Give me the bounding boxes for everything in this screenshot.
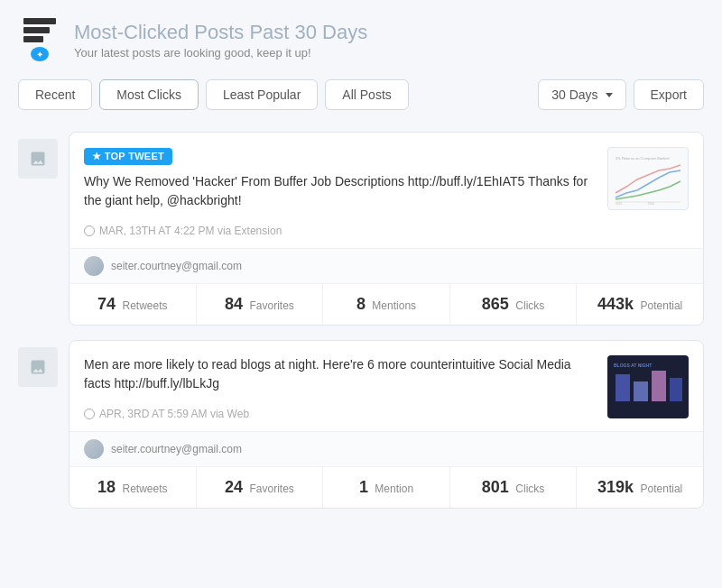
- user-email: seiter.courtney@gmail.com: [111, 260, 242, 272]
- post-text-section: Men are more likely to read blogs at nig…: [84, 355, 597, 420]
- stat-favorites: 84 Favorites: [197, 284, 324, 325]
- image-icon: [29, 358, 47, 376]
- post-meta: APR, 3RD AT 5:59 AM via Web: [84, 408, 597, 420]
- post-row: Men are more likely to read blogs at nig…: [18, 340, 704, 509]
- post-row: ★ TOP TWEET Why We Removed 'Hacker' From…: [18, 132, 704, 326]
- stat-mentions: 8 Mentions: [323, 284, 450, 325]
- stats-row: 18 Retweets 24 Favorites 1 Mention 801 C…: [69, 466, 703, 508]
- svg-rect-9: [652, 371, 666, 401]
- toolbar-tabs: Recent Most Clicks Least Popular All Pos…: [18, 79, 531, 110]
- stat-clicks: 865 Clicks: [450, 284, 578, 325]
- toolbar: Recent Most Clicks Least Popular All Pos…: [18, 79, 704, 110]
- post-content: Men are more likely to read blogs at nig…: [69, 341, 703, 431]
- stack-icon: [23, 18, 56, 42]
- tab-least-popular[interactable]: Least Popular: [206, 79, 318, 110]
- svg-text:BLOGS AT NIGHT: BLOGS AT NIGHT: [614, 363, 652, 368]
- image-icon: [29, 150, 47, 168]
- toolbar-actions: 30 Days Export: [538, 79, 704, 110]
- post-card: Men are more likely to read blogs at nig…: [69, 340, 704, 509]
- post-card: ★ TOP TWEET Why We Removed 'Hacker' From…: [69, 132, 704, 326]
- header-text: Most-Clicked Posts Past 30 Days Your lat…: [74, 21, 367, 60]
- clock-icon: [84, 409, 95, 419]
- dark-chart-thumbnail: BLOGS AT NIGHT: [608, 356, 688, 418]
- svg-text:5% Returns on Computer Backed: 5% Returns on Computer Backed: [616, 156, 670, 161]
- user-row: seiter.courtney@gmail.com: [69, 431, 703, 466]
- tab-recent[interactable]: Recent: [18, 79, 92, 110]
- post-body-text: Men are more likely to read blogs at nig…: [84, 355, 597, 393]
- post-content: ★ TOP TWEET Why We Removed 'Hacker' From…: [69, 133, 703, 248]
- page-header: ✦ Most-Clicked Posts Past 30 Days Your l…: [18, 18, 704, 61]
- tab-all-posts[interactable]: All Posts: [325, 79, 408, 110]
- chart-thumbnail: 5% Returns on Computer Backed 2013 2014: [612, 152, 684, 205]
- user-row: seiter.courtney@gmail.com: [69, 248, 703, 283]
- stat-favorites: 24 Favorites: [197, 467, 324, 508]
- svg-rect-7: [616, 374, 630, 401]
- posts-list: ★ TOP TWEET Why We Removed 'Hacker' From…: [18, 132, 704, 509]
- post-text-section: ★ TOP TWEET Why We Removed 'Hacker' From…: [84, 147, 597, 237]
- post-meta: MAR, 13TH AT 4:22 PM via Extension: [84, 225, 597, 237]
- user-avatar: [84, 256, 104, 276]
- post-body-text: Why We Removed 'Hacker' From Buffer Job …: [84, 172, 597, 210]
- post-image-chart: 5% Returns on Computer Backed 2013 2014: [607, 147, 689, 210]
- post-image-dark: BLOGS AT NIGHT: [607, 355, 689, 418]
- twitter-icon: ✦: [31, 47, 49, 61]
- post-thumbnail-placeholder: [18, 347, 58, 387]
- svg-rect-8: [634, 381, 648, 401]
- stat-clicks: 801 Clicks: [450, 467, 578, 508]
- stat-mention: 1 Mention: [323, 467, 450, 508]
- svg-text:2013: 2013: [616, 202, 622, 205]
- svg-rect-10: [670, 378, 682, 401]
- stat-retweets: 18 Retweets: [69, 467, 197, 508]
- svg-text:2014: 2014: [648, 202, 654, 205]
- user-avatar: [84, 439, 104, 459]
- stats-row: 74 Retweets 84 Favorites 8 Mentions 865 …: [69, 283, 703, 325]
- user-email: seiter.courtney@gmail.com: [111, 443, 242, 455]
- app-logo: ✦: [18, 18, 61, 61]
- page-tagline: Your latest posts are looking good, keep…: [74, 46, 367, 60]
- tab-most-clicks[interactable]: Most Clicks: [99, 79, 199, 110]
- page-title: Most-Clicked Posts Past 30 Days: [74, 21, 367, 44]
- export-button[interactable]: Export: [634, 79, 704, 110]
- top-tweet-badge: ★ TOP TWEET: [84, 148, 172, 165]
- days-filter-button[interactable]: 30 Days: [538, 79, 625, 110]
- post-thumbnail-placeholder: [18, 139, 58, 179]
- chevron-down-icon: [606, 93, 613, 97]
- clock-icon: [84, 225, 95, 236]
- stat-potential: 319k Potential: [577, 467, 703, 508]
- stat-potential: 443k Potential: [577, 284, 703, 325]
- stat-retweets: 74 Retweets: [69, 284, 197, 325]
